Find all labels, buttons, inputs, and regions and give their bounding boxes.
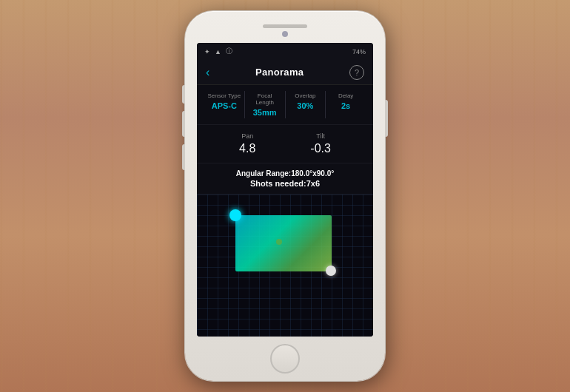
speaker-grille (263, 24, 307, 28)
home-button[interactable] (270, 344, 300, 374)
drag-handle-top-left[interactable] (229, 209, 241, 221)
settings-row: Sensor Type APS-C Focal Length 35mm Over… (197, 85, 373, 125)
panorama-grid-view[interactable] (197, 195, 373, 337)
battery-indicator: 74% (352, 48, 366, 55)
pan-tilt-row: Pan 4.8 Tilt -0.3 (197, 125, 373, 163)
mute-button (182, 85, 185, 104)
angular-range-text: Angular Range:180.0°x90.0° (236, 169, 335, 178)
wifi-icon: ▲ (215, 48, 221, 55)
info-icon: ⓘ (226, 47, 232, 56)
front-camera (282, 31, 288, 37)
volume-down-button (182, 144, 185, 170)
navigation-bar: ‹ Panorama ? (197, 61, 373, 85)
info-section: Angular Range:180.0°x90.0° Shots needed:… (197, 163, 373, 195)
power-button (385, 100, 388, 137)
panorama-rectangle (235, 215, 332, 271)
sensor-type-label: Sensor Type (207, 92, 241, 99)
overlap-label: Overlap (295, 92, 315, 99)
pan-label: Pan (241, 132, 253, 140)
pan-value: 4.8 (239, 142, 255, 155)
status-bar: ✦ ▲ ⓘ 74% (197, 43, 373, 61)
phone-device: ✦ ▲ ⓘ 74% ‹ Panorama ? Sensor Type APS-C… (185, 11, 385, 381)
focal-length-label: Focal Length (248, 92, 282, 106)
volume-up-button (182, 111, 185, 137)
focal-length-value: 35mm (253, 108, 277, 117)
overlap-value: 30% (297, 101, 313, 110)
focal-length-setting[interactable]: Focal Length 35mm (245, 91, 286, 118)
phone-screen: ✦ ▲ ⓘ 74% ‹ Panorama ? Sensor Type APS-C… (197, 43, 373, 337)
overlap-setting[interactable]: Overlap 30% (286, 91, 326, 118)
delay-value: 2s (341, 101, 350, 110)
status-icons-left: ✦ ▲ ⓘ (204, 47, 232, 56)
help-button[interactable]: ? (349, 65, 364, 80)
shots-needed-text: Shots needed:7x6 (250, 179, 320, 188)
sensor-type-setting[interactable]: Sensor Type APS-C (204, 91, 245, 118)
screen-title: Panorama (255, 67, 304, 78)
delay-label: Delay (338, 92, 353, 99)
back-button[interactable]: ‹ (206, 66, 209, 79)
tilt-label: Tilt (316, 132, 325, 140)
tilt-value: -0.3 (310, 142, 331, 155)
delay-setting[interactable]: Delay 2s (326, 91, 366, 118)
bluetooth-icon: ✦ (204, 48, 210, 55)
drag-handle-bottom-right[interactable] (326, 266, 336, 276)
pan-item: Pan 4.8 (239, 132, 255, 155)
tilt-item: Tilt -0.3 (310, 132, 331, 155)
sensor-type-value: APS-C (212, 101, 237, 110)
center-marker (276, 239, 282, 245)
